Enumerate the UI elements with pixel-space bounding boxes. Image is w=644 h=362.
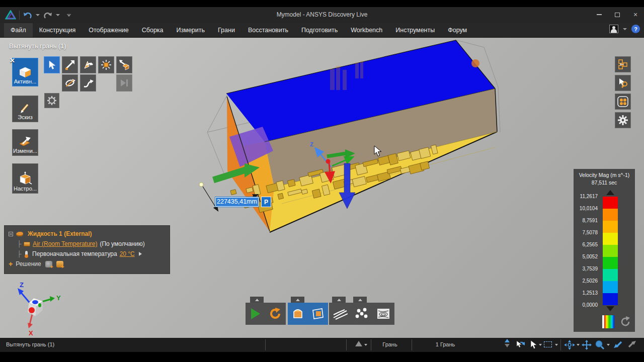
menu-item-facets[interactable]: Грани (211, 23, 242, 37)
pull-tool-button[interactable] (62, 56, 78, 73)
active-tool-label: Активн... (14, 78, 37, 84)
setup-label: Настро... (14, 186, 37, 192)
building-footprint (419, 147, 431, 159)
menu-item-tools[interactable]: Инструменты (389, 23, 441, 37)
structure-tree-button[interactable] (615, 56, 631, 72)
selection-mode-label[interactable]: Грань (375, 341, 405, 347)
edit-mode-button[interactable]: Измени... (12, 129, 38, 156)
settings-button[interactable] (615, 112, 631, 128)
select-cursor-icon[interactable] (529, 340, 537, 350)
menu-item-repair[interactable]: Восстановить (242, 23, 295, 37)
add-solid-monitor-icon[interactable] (56, 261, 63, 267)
box-select-caret[interactable] (555, 344, 558, 346)
orientation-triad[interactable]: Z Y X (8, 279, 65, 337)
view-orientation-caret[interactable] (364, 344, 367, 346)
selection-filter-button[interactable] (615, 75, 631, 91)
minimize-button[interactable] (594, 10, 605, 20)
zoom-caret[interactable] (607, 344, 610, 346)
menu-item-assembly[interactable]: Сборка (135, 23, 170, 37)
previous-view-icon[interactable] (613, 340, 623, 350)
streamline-options-tab[interactable] (332, 297, 346, 303)
legend-max-marker-icon[interactable] (606, 190, 614, 195)
tree-row-temperature[interactable]: ├ Первоначальная температура 20 °C (9, 249, 166, 259)
select-mode-caret[interactable] (539, 344, 542, 346)
tree-branch-glyph: ├ (16, 240, 23, 247)
orbit-caret[interactable] (577, 344, 580, 346)
legend-min-marker-icon[interactable] (606, 306, 614, 311)
rotate-tool-button[interactable] (62, 74, 78, 92)
tree-row-solution[interactable]: + Решение (9, 259, 166, 269)
play-simulation-button[interactable] (246, 303, 266, 325)
menu-item-prepare[interactable]: Подготовить (295, 23, 344, 37)
sketch-mode-button[interactable]: Эскиз (12, 96, 38, 122)
play-options-tab[interactable] (250, 297, 264, 303)
setup-mode-button[interactable]: Настро... (12, 163, 38, 194)
select-tool-button[interactable] (44, 56, 60, 73)
reset-simulation-button[interactable] (266, 303, 286, 325)
maximize-button[interactable] (612, 10, 623, 20)
active-tool-button[interactable]: Активн... (12, 58, 38, 86)
view-orientation-icon[interactable] (355, 341, 362, 346)
close-tool-icon[interactable]: ✕ (10, 57, 15, 64)
add-solution-icon[interactable]: + (9, 260, 13, 268)
material-link[interactable]: Air (Room Temperature) (33, 240, 97, 247)
account-icon[interactable] (609, 25, 618, 33)
title-bar: Mymodel - ANSYS Discovery Live × (0, 7, 644, 23)
gear-options-button[interactable] (44, 93, 59, 108)
move-body-tool-button[interactable] (116, 56, 132, 73)
menu-bar: ФайлКонструкцияОтображениеСборкаИзмерить… (0, 23, 644, 38)
fluid-root-label[interactable]: Жидкость 1 (External) (28, 230, 92, 237)
model-scene[interactable]: Z (0, 38, 644, 338)
zoom-icon[interactable] (595, 340, 605, 351)
dimension-input[interactable]: 227435,41mm (215, 197, 259, 207)
rotate-cursor-icon[interactable] (515, 340, 525, 351)
account-dropdown-caret[interactable] (623, 28, 627, 30)
legend-band (603, 257, 618, 269)
legend-reset-icon[interactable] (620, 316, 631, 327)
solid-options-tab[interactable] (291, 297, 304, 303)
solid-view-button[interactable] (288, 303, 308, 325)
help-icon[interactable]: ? (631, 25, 640, 33)
thermometer-icon (25, 251, 28, 257)
appearance-options-button[interactable] (615, 94, 631, 110)
menu-item-display[interactable]: Отображение (82, 23, 135, 37)
viewport-3d[interactable]: Z Вытянуть грань (1) ✕ (0, 38, 644, 338)
dimension-anchor-point[interactable] (199, 183, 203, 187)
menu-item-construction[interactable]: Конструкция (33, 23, 83, 37)
velocity-legend-panel: Velocity Mag (m s^-1) 87,511 sec 11,2617… (574, 169, 635, 332)
power-selection-tool-button[interactable] (98, 56, 114, 73)
expand-right-icon[interactable] (139, 252, 142, 256)
transparent-view-button[interactable] (308, 303, 328, 325)
add-flow-monitor-icon[interactable] (45, 261, 52, 267)
menu-item-file[interactable]: Файл (4, 23, 33, 37)
menu-item-measure[interactable]: Измерить (170, 23, 211, 37)
corner-sphere-handle[interactable] (471, 59, 479, 67)
legend-band (603, 221, 618, 233)
box-select-icon[interactable] (544, 340, 552, 347)
close-button[interactable]: × (630, 10, 641, 20)
tree-row-material[interactable]: ├ Air (Room Temperature) (По умолчанию) (9, 239, 166, 249)
particles-button[interactable] (351, 303, 372, 325)
pull-guide-tool-button[interactable] (80, 56, 96, 73)
material-icon (24, 242, 30, 246)
building-footprint (230, 190, 236, 195)
p-lock-button[interactable]: P (261, 197, 271, 207)
texture-map-button[interactable] (372, 303, 394, 325)
results-display-group (329, 303, 394, 325)
expander-icon[interactable] (9, 232, 13, 236)
menu-item-workbench[interactable]: Workbench (344, 23, 389, 37)
streamlines-button[interactable] (329, 303, 351, 325)
tree-row-fluid[interactable]: Жидкость 1 (External) (9, 229, 166, 239)
pan-icon[interactable] (582, 340, 592, 351)
legend-color-bar[interactable] (603, 197, 618, 305)
legend-palette-icon[interactable] (602, 315, 614, 328)
orbit-icon[interactable] (564, 340, 575, 351)
curve-pull-tool-button[interactable] (80, 74, 96, 92)
particle-options-tab[interactable] (353, 297, 367, 303)
spin-updown-icon[interactable] (505, 339, 510, 347)
dimension-value[interactable]: 227435,41mm (216, 198, 258, 206)
menu-item-forum[interactable]: Форум (441, 23, 473, 37)
active-cube-icon (19, 66, 32, 78)
gizmo-z-label: Z (310, 141, 313, 147)
temperature-value-link[interactable]: 20 °C (120, 250, 135, 257)
